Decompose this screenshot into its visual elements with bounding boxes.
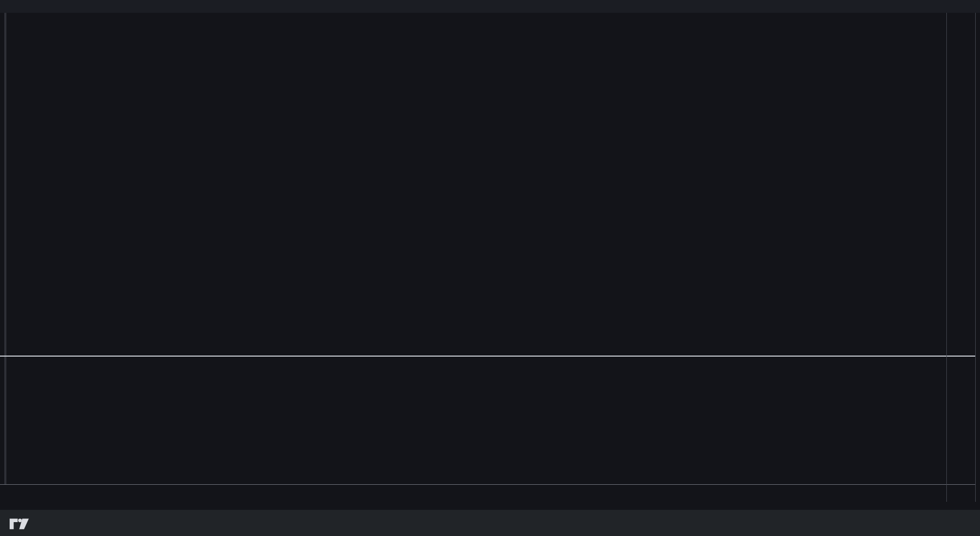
main-price-pane[interactable] [0,13,946,356]
footer-bar [0,510,980,536]
time-axis[interactable] [0,485,946,502]
screenshot-caption-bar [0,0,980,13]
pane-separator[interactable] [0,356,975,357]
macd-pane[interactable] [0,356,946,484]
tradingview-logo-icon[interactable] [9,514,30,532]
tradingview-screenshot [0,0,980,536]
price-axis[interactable] [946,13,980,502]
